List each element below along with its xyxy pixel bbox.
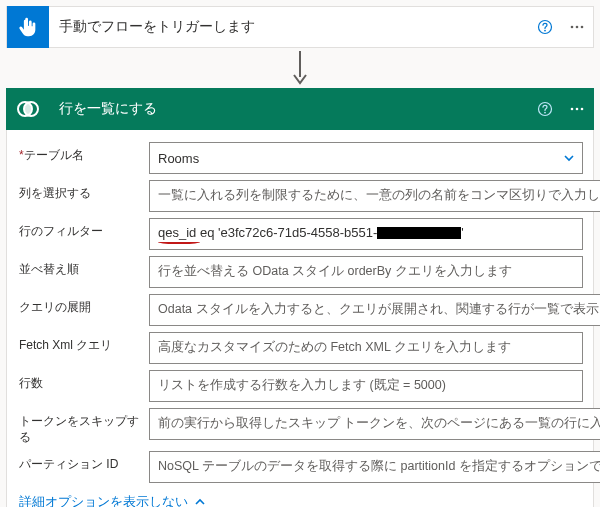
fetch-xml-input[interactable]: 高度なカスタマイズのための Fetch XML クエリを入力します — [149, 332, 583, 364]
label-sort-by: 並べ替え順 — [19, 256, 149, 278]
trigger-title: 手動でフローをトリガーします — [49, 18, 529, 36]
more-button[interactable] — [561, 6, 593, 48]
help-button[interactable] — [529, 6, 561, 48]
table-name-value: Rooms — [158, 151, 199, 166]
trigger-card-header[interactable]: 手動でフローをトリガーします — [6, 6, 594, 48]
label-table-name: *テーブル名 — [19, 142, 149, 164]
svg-point-10 — [571, 108, 574, 111]
svg-point-3 — [576, 26, 579, 29]
redacted-segment — [377, 227, 461, 239]
skip-token-input[interactable]: 前の実行から取得したスキップ トークンを、次のページにある一覧の行に入力します — [149, 408, 600, 440]
more-button[interactable] — [561, 88, 593, 130]
filter-rows-input[interactable]: qes_id eq 'e3fc72c6-71d5-4558-b551-' — [149, 218, 583, 250]
action-title: 行を一覧にする — [49, 100, 529, 118]
svg-point-9 — [544, 112, 546, 114]
spellcheck-underline — [158, 242, 200, 244]
toggle-advanced-options[interactable]: 詳細オプションを表示しない — [19, 493, 206, 507]
svg-point-1 — [544, 30, 546, 32]
label-fetch-xml: Fetch Xml クエリ — [19, 332, 149, 354]
label-skip-token: トークンをスキップする — [19, 408, 149, 445]
select-columns-input[interactable]: 一覧に入れる列を制限するために、一意の列の名前をコンマ区切りで入力します — [149, 180, 600, 212]
svg-point-2 — [571, 26, 574, 29]
action-card-header[interactable]: 行を一覧にする — [6, 88, 594, 130]
manual-trigger-icon — [7, 6, 49, 48]
sort-by-input[interactable]: 行を並べ替える OData スタイル orderBy クエリを入力します — [149, 256, 583, 288]
label-partition-id: パーティション ID — [19, 451, 149, 473]
dataverse-icon — [7, 88, 49, 130]
label-expand-query: クエリの展開 — [19, 294, 149, 316]
label-filter-rows: 行のフィルター — [19, 218, 149, 240]
row-count-input[interactable]: リストを作成する行数を入力します (既定 = 5000) — [149, 370, 583, 402]
chevron-up-icon — [194, 496, 206, 507]
flow-arrow — [6, 48, 594, 88]
expand-query-input[interactable]: Odata スタイルを入力すると、クエリが展開され、関連する行が一覧で表示されま… — [149, 294, 600, 326]
partition-id-input[interactable]: NoSQL テーブルのデータを取得する際に partitionId を指定するオ… — [149, 451, 600, 483]
label-row-count: 行数 — [19, 370, 149, 392]
svg-point-4 — [581, 26, 584, 29]
svg-point-12 — [581, 108, 584, 111]
action-card-body: *テーブル名 Rooms 列を選択する 一覧に入れる列を制限するために、一意の列… — [6, 130, 594, 507]
help-button[interactable] — [529, 88, 561, 130]
label-select-columns: 列を選択する — [19, 180, 149, 202]
svg-point-11 — [576, 108, 579, 111]
toggle-advanced-options-label: 詳細オプションを表示しない — [19, 493, 188, 507]
table-name-dropdown[interactable]: Rooms — [149, 142, 583, 174]
chevron-down-icon — [562, 151, 576, 165]
